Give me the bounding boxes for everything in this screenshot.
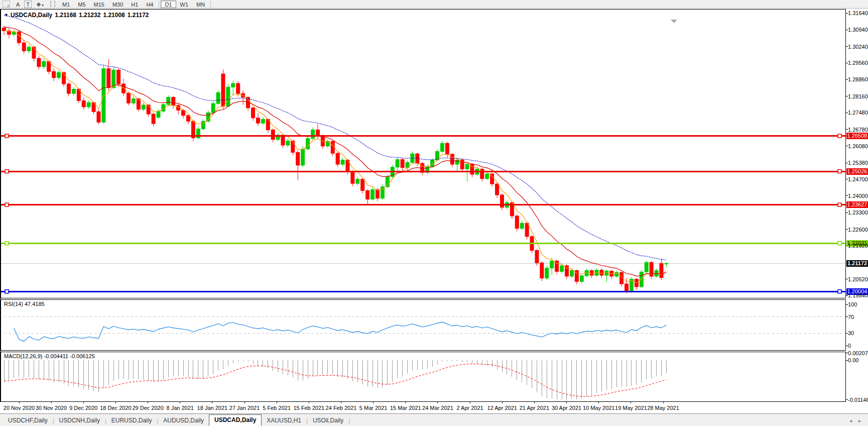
candle-body <box>600 270 603 275</box>
price-axis-label: 1.26780 <box>848 127 868 133</box>
date-axis-label: 8 Jan 2021 <box>167 405 194 411</box>
hline-handle[interactable] <box>5 134 9 138</box>
ohlc-low: 1.21008 <box>103 12 125 19</box>
candle-body <box>32 47 36 58</box>
candle-body <box>97 112 100 122</box>
candle-body <box>316 130 319 135</box>
candle-body <box>550 261 554 268</box>
date-axis-label: 30 Apr 2021 <box>552 405 581 411</box>
candle-body <box>396 160 399 167</box>
date-axis-label: 19 May 2021 <box>615 405 647 411</box>
hline-handle[interactable] <box>5 170 9 173</box>
candle-body <box>376 190 380 198</box>
candle-body <box>351 171 354 183</box>
candle-body <box>465 164 469 169</box>
candle-body <box>450 154 454 164</box>
date-axis-label: 29 Dec 2020 <box>132 405 163 411</box>
ohlc-open: 1.21168 <box>55 12 76 19</box>
timeframe-button-M1[interactable]: M1 <box>58 1 74 8</box>
chart-window[interactable]: ▼USDCAD,Daily1.211681.212321.210081.2117… <box>0 9 868 413</box>
candle-body <box>291 141 295 152</box>
candle-body <box>495 184 499 195</box>
timeframe-button-MN[interactable]: MN <box>192 1 209 8</box>
price-axis-label: 1.23300 <box>848 209 868 216</box>
price-axis-label: 1.25380 <box>848 160 868 166</box>
date-axis-label: 15 Mar 2021 <box>390 405 421 411</box>
timeframe-buttons: M1M5M15M30H1H4D1W1MN <box>58 1 212 8</box>
candle-body <box>540 263 544 278</box>
toolbar: F A T ❖▾ M1M5M15M30H1H4D1W1MN <box>0 0 868 9</box>
candle-body <box>366 190 369 199</box>
candle-body <box>371 190 375 199</box>
date-axis-label: 18 Dec 2020 <box>100 405 131 411</box>
date-axis-label: 10 May 2021 <box>583 405 615 411</box>
hline-price-tag: 1.25026 <box>846 168 868 175</box>
timeframe-button-M30[interactable]: M30 <box>108 1 127 8</box>
candle-body <box>361 179 364 191</box>
tab-scroll-left-icon[interactable]: ◂ <box>849 418 852 423</box>
price-axis-label: 1.26080 <box>848 143 868 149</box>
toolbar-anchor-icon: F <box>3 1 10 8</box>
date-axis-label: 30 Nov 2020 <box>36 405 67 411</box>
candle-body <box>117 70 120 84</box>
chart-title: ▼USDCAD,Daily1.211681.212321.210081.2117… <box>4 12 149 19</box>
text-label-button[interactable]: A <box>13 1 23 8</box>
tab-usoil-daily[interactable]: USOil,Daily <box>308 415 348 426</box>
candle-body <box>256 118 260 123</box>
candle-body <box>67 84 70 93</box>
current-price-tag: 1.21172 <box>846 260 868 267</box>
arrows-icon: ❖ <box>36 2 41 8</box>
price-axis-label: 1.28160 <box>848 93 868 99</box>
tab-audusd-daily[interactable]: AUDUSD,Daily <box>158 415 209 426</box>
timeframe-button-H1[interactable]: H1 <box>127 1 142 8</box>
candle-body <box>445 143 449 154</box>
candle-body <box>660 263 663 278</box>
candle-body <box>252 108 255 118</box>
arrows-tool-button[interactable]: ❖▾ <box>33 1 47 8</box>
tab-scroll-right-icon[interactable]: ▸ <box>858 418 861 423</box>
hline-handle[interactable] <box>838 170 841 173</box>
hline-handle[interactable] <box>838 290 841 293</box>
hline-handle[interactable] <box>838 134 841 138</box>
macd-axis-label: 0.002074 <box>848 350 868 356</box>
candle-body <box>142 105 145 110</box>
date-axis-label: 2 Apr 2021 <box>456 405 483 411</box>
macd-label: MACD(12,26,9) -0.004411 -0.006125 <box>4 353 95 359</box>
tab-divider: | <box>348 418 350 426</box>
timeframe-button-D1[interactable]: D1 <box>161 1 176 8</box>
candle-body <box>515 216 519 229</box>
candle-body <box>172 97 175 105</box>
date-axis-label: 5 Mar 2021 <box>359 405 388 411</box>
price-axis-label: 1.22600 <box>848 227 868 233</box>
date-axis-label: 24 Feb 2021 <box>326 405 357 411</box>
candle-body <box>127 93 131 103</box>
hline-handle[interactable] <box>838 203 841 206</box>
timeframe-button-M15[interactable]: M15 <box>90 1 108 8</box>
tab-eurusd-daily[interactable]: EURUSD,Daily <box>106 415 157 426</box>
hline-handle[interactable] <box>5 242 9 245</box>
chart-tabs-bar: USDCHF,Daily|USDCNH,Daily|EURUSD,Daily|A… <box>0 413 868 426</box>
price-axis-label: 1.30240 <box>848 44 868 50</box>
candle-body <box>57 72 61 77</box>
date-axis-label: 15 Feb 2021 <box>293 405 324 411</box>
hline-handle[interactable] <box>838 242 841 245</box>
candle-body <box>261 120 265 124</box>
chart-symbol-label: USDCAD,Daily <box>11 12 52 19</box>
tab-usdchf-daily[interactable]: USDCHF,Daily <box>3 415 53 426</box>
hline-handle[interactable] <box>5 203 9 206</box>
textbox-button[interactable]: T <box>24 1 32 8</box>
price-axis-label: 1.30940 <box>848 27 868 33</box>
date-axis-label: 24 Mar 2021 <box>422 405 453 411</box>
tab-usdcad-daily[interactable]: USDCAD,Daily <box>209 414 262 426</box>
timeframe-button-W1[interactable]: W1 <box>176 1 193 8</box>
timeframe-button-H4[interactable]: H4 <box>142 1 157 8</box>
hline-handle[interactable] <box>5 290 9 293</box>
candle-body <box>401 160 404 168</box>
rsi-axis-label: 30 <box>848 330 868 336</box>
tab-usdcnh-daily[interactable]: USDCNH,Daily <box>54 415 105 426</box>
candle-body <box>271 130 275 139</box>
candle-body <box>167 97 170 104</box>
candle-body <box>187 116 190 121</box>
timeframe-button-M5[interactable]: M5 <box>74 1 89 8</box>
tab-xauusd-h1[interactable]: XAUUSD,H1 <box>262 415 306 426</box>
